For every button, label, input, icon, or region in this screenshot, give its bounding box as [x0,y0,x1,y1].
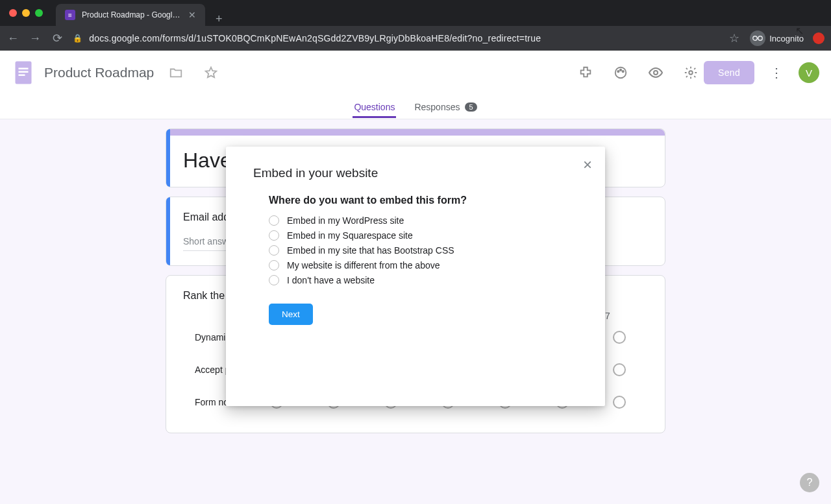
radio-icon[interactable] [269,230,279,241]
embed-option-label: Embed in my site that has Bootstrap CSS [287,245,454,256]
window-minimize-icon[interactable] [22,9,30,17]
incognito-label: Incognito [769,34,804,43]
modal-backdrop: × Embed in your website Where do you wan… [0,51,831,504]
svg-point-0 [753,36,757,40]
browser-tab[interactable]: ≡ Product Roadmap - Google Form ✕ [56,4,205,26]
svg-point-1 [758,36,762,40]
profile-badge-icon[interactable] [813,32,825,44]
modal-subtitle: Where do you want to embed this form? [269,195,578,206]
embed-option[interactable]: Embed in my Squarespace site [269,230,578,241]
back-icon[interactable]: ← [6,32,19,45]
next-button[interactable]: Next [269,304,313,325]
radio-icon[interactable] [269,260,279,270]
embed-modal: × Embed in your website Where do you wan… [226,147,605,406]
url-text: docs.google.com/forms/d/1uSTOK0BQCmKpNEw… [89,33,541,43]
modal-title: Embed in your website [253,166,578,180]
address-bar[interactable]: 🔒 docs.google.com/forms/d/1uSTOK0BQCmKpN… [73,33,719,43]
forms-favicon-icon: ≡ [65,10,75,20]
tab-close-icon[interactable]: ✕ [188,10,196,20]
forward-icon[interactable]: → [29,32,42,45]
bookmark-star-icon[interactable]: ☆ [728,31,741,45]
radio-icon[interactable] [269,245,279,256]
radio-icon[interactable] [269,215,279,226]
embed-option-label: Embed in my Squarespace site [287,230,413,241]
help-fab-icon[interactable]: ? [800,473,819,492]
lock-icon: 🔒 [73,34,82,43]
embed-option-label: Embed in my WordPress site [287,215,404,226]
embed-option[interactable]: I don't have a website [269,275,578,285]
embed-option-label: I don't have a website [287,275,375,285]
embed-option-label: My website is different from the above [287,260,440,270]
embed-option[interactable]: Embed in my site that has Bootstrap CSS [269,245,578,256]
browser-toolbar: ← → ⟳ 🔒 docs.google.com/forms/d/1uSTOK0B… [0,26,831,51]
modal-close-button[interactable]: × [583,156,592,174]
embed-option[interactable]: Embed in my WordPress site [269,215,578,226]
radio-icon[interactable] [269,275,279,285]
embed-option[interactable]: My website is different from the above [269,260,578,270]
new-tab-button[interactable]: + [205,12,233,26]
incognito-icon [750,30,765,46]
browser-tab-title: Product Roadmap - Google Form [82,10,182,19]
window-maximize-icon[interactable] [35,9,43,17]
reload-icon[interactable]: ⟳ [51,31,64,45]
window-close-icon[interactable] [9,9,17,17]
browser-titlebar: ≡ Product Roadmap - Google Form ✕ + [0,0,831,26]
